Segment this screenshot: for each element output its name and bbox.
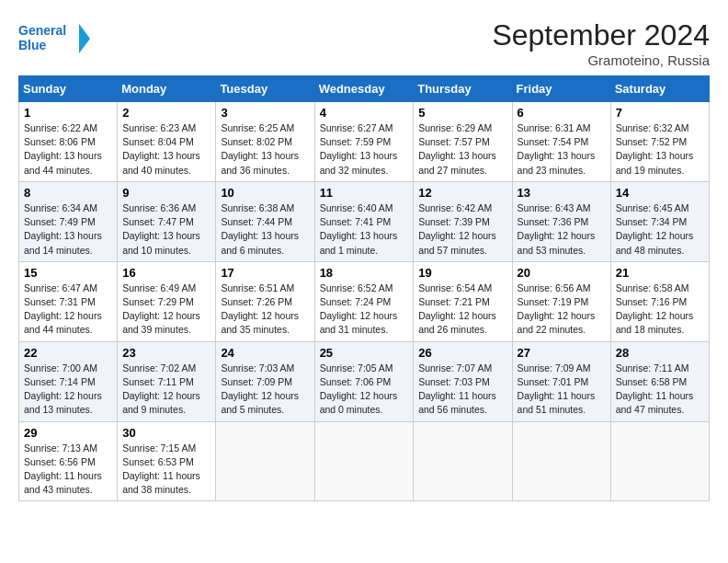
day-info: Sunrise: 6:25 AMSunset: 8:02 PMDaylight:… <box>221 122 299 176</box>
day-info: Sunrise: 7:15 AMSunset: 6:53 PMDaylight:… <box>122 442 200 496</box>
svg-marker-2 <box>79 24 90 53</box>
column-header-tuesday: Tuesday <box>216 76 314 102</box>
day-info: Sunrise: 6:49 AMSunset: 7:29 PMDaylight:… <box>122 282 200 336</box>
day-number: 18 <box>320 266 409 280</box>
calendar-cell: 3 Sunrise: 6:25 AMSunset: 8:02 PMDayligh… <box>216 102 314 182</box>
day-number: 5 <box>418 106 506 120</box>
column-header-thursday: Thursday <box>414 76 512 102</box>
calendar-cell: 26 Sunrise: 7:07 AMSunset: 7:03 PMDaylig… <box>414 341 512 421</box>
day-info: Sunrise: 7:07 AMSunset: 7:03 PMDaylight:… <box>418 362 496 416</box>
calendar-cell: 23 Sunrise: 7:02 AMSunset: 7:11 PMDaylig… <box>118 341 216 421</box>
calendar-week-3: 15 Sunrise: 6:47 AMSunset: 7:31 PMDaylig… <box>19 261 710 341</box>
calendar-cell: 4 Sunrise: 6:27 AMSunset: 7:59 PMDayligh… <box>314 102 414 182</box>
day-info: Sunrise: 6:36 AMSunset: 7:47 PMDaylight:… <box>122 202 200 256</box>
day-number: 16 <box>122 266 210 280</box>
day-number: 8 <box>24 186 112 200</box>
calendar-cell: 17 Sunrise: 6:51 AMSunset: 7:26 PMDaylig… <box>216 261 314 341</box>
day-number: 10 <box>221 186 309 200</box>
calendar-cell: 15 Sunrise: 6:47 AMSunset: 7:31 PMDaylig… <box>19 261 118 341</box>
calendar-cell: 29 Sunrise: 7:13 AMSunset: 6:56 PMDaylig… <box>19 421 118 501</box>
calendar-cell: 20 Sunrise: 6:56 AMSunset: 7:19 PMDaylig… <box>512 261 610 341</box>
calendar-cell <box>216 421 314 501</box>
calendar-table: SundayMondayTuesdayWednesdayThursdayFrid… <box>18 75 710 501</box>
calendar-cell: 22 Sunrise: 7:00 AMSunset: 7:14 PMDaylig… <box>19 341 118 421</box>
logo: General Blue <box>18 18 92 59</box>
calendar-body: 1 Sunrise: 6:22 AMSunset: 8:06 PMDayligh… <box>19 102 710 501</box>
day-info: Sunrise: 7:03 AMSunset: 7:09 PMDaylight:… <box>221 362 299 416</box>
calendar-cell: 10 Sunrise: 6:38 AMSunset: 7:44 PMDaylig… <box>216 181 314 261</box>
day-info: Sunrise: 6:51 AMSunset: 7:26 PMDaylight:… <box>221 282 299 336</box>
day-number: 9 <box>122 186 210 200</box>
day-info: Sunrise: 6:27 AMSunset: 7:59 PMDaylight:… <box>320 122 398 176</box>
svg-text:Blue: Blue <box>18 38 47 52</box>
calendar-cell <box>512 421 610 501</box>
day-info: Sunrise: 7:13 AMSunset: 6:56 PMDaylight:… <box>24 442 102 496</box>
calendar-cell: 9 Sunrise: 6:36 AMSunset: 7:47 PMDayligh… <box>118 181 216 261</box>
calendar-cell: 28 Sunrise: 7:11 AMSunset: 6:58 PMDaylig… <box>610 341 709 421</box>
day-number: 1 <box>24 106 112 120</box>
day-number: 25 <box>320 346 409 360</box>
day-info: Sunrise: 6:32 AMSunset: 7:52 PMDaylight:… <box>616 122 694 176</box>
page-header: General Blue September 2024 Gramoteino, … <box>18 18 710 68</box>
calendar-cell: 21 Sunrise: 6:58 AMSunset: 7:16 PMDaylig… <box>610 261 709 341</box>
day-info: Sunrise: 6:40 AMSunset: 7:41 PMDaylight:… <box>320 202 398 256</box>
day-number: 7 <box>616 106 704 120</box>
day-info: Sunrise: 7:02 AMSunset: 7:11 PMDaylight:… <box>122 362 200 416</box>
day-info: Sunrise: 6:38 AMSunset: 7:44 PMDaylight:… <box>221 202 299 256</box>
day-info: Sunrise: 7:05 AMSunset: 7:06 PMDaylight:… <box>320 362 398 416</box>
column-header-sunday: Sunday <box>19 76 118 102</box>
day-number: 22 <box>24 346 112 360</box>
day-number: 30 <box>122 426 210 440</box>
day-number: 20 <box>518 266 606 280</box>
calendar-week-1: 1 Sunrise: 6:22 AMSunset: 8:06 PMDayligh… <box>19 102 710 182</box>
calendar-cell: 24 Sunrise: 7:03 AMSunset: 7:09 PMDaylig… <box>216 341 314 421</box>
day-info: Sunrise: 6:22 AMSunset: 8:06 PMDaylight:… <box>24 122 102 176</box>
day-info: Sunrise: 6:56 AMSunset: 7:19 PMDaylight:… <box>518 282 596 336</box>
day-info: Sunrise: 6:45 AMSunset: 7:34 PMDaylight:… <box>616 202 694 256</box>
calendar-cell: 30 Sunrise: 7:15 AMSunset: 6:53 PMDaylig… <box>118 421 216 501</box>
day-number: 15 <box>24 266 112 280</box>
calendar-cell <box>610 421 709 501</box>
calendar-header-row: SundayMondayTuesdayWednesdayThursdayFrid… <box>19 76 710 102</box>
column-header-wednesday: Wednesday <box>314 76 414 102</box>
calendar-cell <box>314 421 414 501</box>
calendar-cell: 7 Sunrise: 6:32 AMSunset: 7:52 PMDayligh… <box>610 102 709 182</box>
calendar-cell: 8 Sunrise: 6:34 AMSunset: 7:49 PMDayligh… <box>19 181 118 261</box>
day-info: Sunrise: 6:23 AMSunset: 8:04 PMDaylight:… <box>122 122 200 176</box>
calendar-week-5: 29 Sunrise: 7:13 AMSunset: 6:56 PMDaylig… <box>19 421 710 501</box>
day-number: 28 <box>616 346 704 360</box>
calendar-cell: 13 Sunrise: 6:43 AMSunset: 7:36 PMDaylig… <box>512 181 610 261</box>
day-number: 27 <box>518 346 606 360</box>
day-info: Sunrise: 6:29 AMSunset: 7:57 PMDaylight:… <box>418 122 496 176</box>
day-number: 14 <box>616 186 704 200</box>
calendar-cell: 18 Sunrise: 6:52 AMSunset: 7:24 PMDaylig… <box>314 261 414 341</box>
calendar-cell: 1 Sunrise: 6:22 AMSunset: 8:06 PMDayligh… <box>19 102 118 182</box>
day-info: Sunrise: 6:47 AMSunset: 7:31 PMDaylight:… <box>24 282 102 336</box>
day-number: 19 <box>418 266 506 280</box>
day-info: Sunrise: 7:11 AMSunset: 6:58 PMDaylight:… <box>616 362 694 416</box>
logo-svg: General Blue <box>18 18 92 59</box>
column-header-monday: Monday <box>118 76 216 102</box>
day-info: Sunrise: 6:42 AMSunset: 7:39 PMDaylight:… <box>418 202 496 256</box>
day-number: 26 <box>418 346 506 360</box>
calendar-cell: 27 Sunrise: 7:09 AMSunset: 7:01 PMDaylig… <box>512 341 610 421</box>
day-number: 21 <box>616 266 704 280</box>
day-number: 29 <box>24 426 112 440</box>
day-info: Sunrise: 7:09 AMSunset: 7:01 PMDaylight:… <box>518 362 596 416</box>
day-info: Sunrise: 6:34 AMSunset: 7:49 PMDaylight:… <box>24 202 102 256</box>
day-number: 17 <box>221 266 309 280</box>
calendar-cell: 12 Sunrise: 6:42 AMSunset: 7:39 PMDaylig… <box>414 181 512 261</box>
calendar-cell: 25 Sunrise: 7:05 AMSunset: 7:06 PMDaylig… <box>314 341 414 421</box>
location: Gramoteino, Russia <box>492 52 710 68</box>
day-number: 3 <box>221 106 309 120</box>
day-info: Sunrise: 6:31 AMSunset: 7:54 PMDaylight:… <box>518 122 596 176</box>
calendar-cell: 5 Sunrise: 6:29 AMSunset: 7:57 PMDayligh… <box>414 102 512 182</box>
calendar-cell <box>414 421 512 501</box>
day-info: Sunrise: 6:58 AMSunset: 7:16 PMDaylight:… <box>616 282 694 336</box>
day-number: 23 <box>122 346 210 360</box>
title-block: September 2024 Gramoteino, Russia <box>492 18 710 68</box>
svg-text:General: General <box>18 23 66 38</box>
day-info: Sunrise: 6:52 AMSunset: 7:24 PMDaylight:… <box>320 282 398 336</box>
calendar-cell: 19 Sunrise: 6:54 AMSunset: 7:21 PMDaylig… <box>414 261 512 341</box>
column-header-saturday: Saturday <box>610 76 709 102</box>
